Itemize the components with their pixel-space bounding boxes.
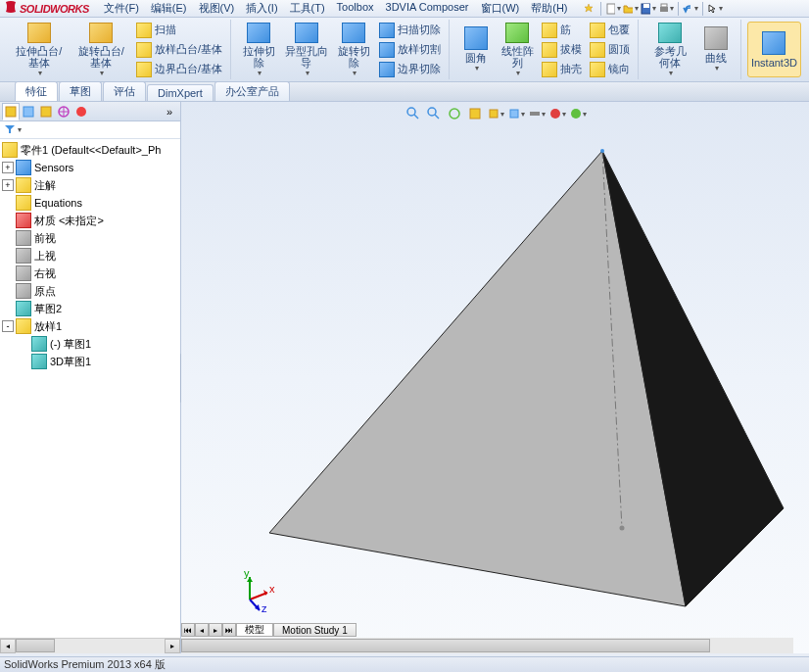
menu-window[interactable]: 窗口(W) <box>476 0 525 17</box>
tab-prev-icon[interactable]: ◂ <box>195 623 209 637</box>
tree-item[interactable]: +注解 <box>2 176 178 194</box>
display-style-icon[interactable]: ▾ <box>507 105 525 122</box>
curves-button[interactable]: 曲线▾ <box>695 21 737 79</box>
tab-features[interactable]: 特征 <box>15 81 58 101</box>
menu-3dvia[interactable]: 3DVIA Composer <box>381 0 474 17</box>
menu-edit[interactable]: 编辑(E) <box>146 0 192 17</box>
status-bar: SolidWorks Premium 2013 x64 版 <box>0 656 809 672</box>
filter-dropdown-icon[interactable]: ▾ <box>18 125 22 134</box>
menu-toolbox[interactable]: Toolbox <box>332 0 379 17</box>
draft-button[interactable]: 拔模 <box>538 41 586 59</box>
status-text: SolidWorks Premium 2013 x64 版 <box>4 657 166 672</box>
tree-item[interactable]: 3D草图1 <box>2 353 178 370</box>
tab-office[interactable]: 办公室产品 <box>214 81 290 101</box>
linear-pattern-button[interactable]: 线性阵列▾ <box>497 21 538 79</box>
tree-root[interactable]: 零件1 (Default<<Default>_Ph <box>2 141 178 159</box>
display-manager-tab-icon[interactable] <box>72 103 90 120</box>
plane-icon <box>16 248 31 264</box>
loft-button[interactable]: 放样凸台/基体 <box>132 41 226 59</box>
tree-item[interactable]: 草图2 <box>2 300 178 317</box>
revolve-cut-button[interactable]: 旋转切除▾ <box>332 21 375 79</box>
mirror-button[interactable]: 镜向 <box>586 61 634 78</box>
wrap-button[interactable]: 包覆 <box>586 22 634 39</box>
ref-geometry-button[interactable]: 参考几何体▾ <box>644 21 695 79</box>
star-icon[interactable] <box>581 1 596 17</box>
viewport-scroll-thumb[interactable] <box>181 639 710 652</box>
menu-view[interactable]: 视图(V) <box>194 0 240 17</box>
undo-icon[interactable]: ▾ <box>683 1 698 17</box>
pyramid-model[interactable] <box>240 141 788 621</box>
sweep-cut-button[interactable]: 扫描切除 <box>375 22 445 39</box>
svg-rect-6 <box>6 107 16 117</box>
boundary-cut-button[interactable]: 边界切除 <box>375 61 445 78</box>
menu-insert[interactable]: 插入(I) <box>241 0 282 17</box>
scroll-right-icon[interactable]: ▸ <box>165 639 180 653</box>
config-manager-tab-icon[interactable] <box>37 103 55 120</box>
menu-file[interactable]: 文件(F) <box>99 0 144 17</box>
rib-button[interactable]: 筋 <box>538 22 586 39</box>
viewport[interactable]: ▾ ▾ ▾ ▾ ▾ x y z <box>181 102 809 653</box>
hide-show-icon[interactable]: ▾ <box>528 105 546 122</box>
tree-item-label: 上视 <box>34 249 56 264</box>
hole-wizard-button[interactable]: 异型孔向导▾ <box>280 21 332 79</box>
menu-tools[interactable]: 工具(T) <box>285 0 330 17</box>
viewport-scrollbar-h[interactable] <box>181 638 793 653</box>
filter-icon[interactable] <box>4 123 16 137</box>
tree-item[interactable]: 右视 <box>2 264 178 282</box>
tree-item-label: 放样1 <box>34 319 62 334</box>
feature-manager-tab-icon[interactable] <box>2 103 20 120</box>
scroll-track[interactable] <box>16 639 165 653</box>
tree-item[interactable]: 上视 <box>2 247 178 264</box>
view-orientation-icon[interactable]: ▾ <box>487 105 504 122</box>
section-view-icon[interactable] <box>466 105 484 122</box>
dimxpert-manager-tab-icon[interactable] <box>55 103 72 120</box>
tree-item[interactable]: +Sensors <box>2 159 178 176</box>
tab-sketch[interactable]: 草图 <box>59 81 102 101</box>
tree-item[interactable]: 前视 <box>2 229 178 247</box>
tab-last-icon[interactable]: ⏭ <box>222 623 236 637</box>
zoom-fit-icon[interactable] <box>404 105 422 122</box>
extrude-boss-button[interactable]: 拉伸凸台/基体▾ <box>8 21 71 79</box>
tree-item[interactable]: -放样1 <box>2 317 178 335</box>
tab-motion-study[interactable]: Motion Study 1 <box>273 623 357 637</box>
shell-button[interactable]: 抽壳 <box>538 61 586 78</box>
zoom-area-icon[interactable] <box>425 105 443 122</box>
edit-appearance-icon[interactable]: ▾ <box>548 105 566 122</box>
menu-help[interactable]: 帮助(H) <box>526 0 572 17</box>
tree-expander[interactable]: + <box>2 179 14 191</box>
tab-dimxpert[interactable]: DimXpert <box>147 84 214 101</box>
apply-scene-icon[interactable]: ▾ <box>569 105 587 122</box>
new-icon[interactable]: ▾ <box>605 1 621 17</box>
tree-item[interactable]: 原点 <box>2 282 178 300</box>
tree-item[interactable]: (-) 草图1 <box>2 335 178 353</box>
boundary-button[interactable]: 边界凸台/基体 <box>132 61 226 78</box>
open-icon[interactable]: ▾ <box>623 1 639 17</box>
sweep-button[interactable]: 扫描 <box>132 22 226 39</box>
panel-menu-icon[interactable]: » <box>161 103 178 120</box>
scroll-left-icon[interactable]: ◂ <box>0 639 16 653</box>
coordinate-triad[interactable]: x y z <box>230 565 279 614</box>
tree-item[interactable]: Equations <box>2 194 178 212</box>
print-icon[interactable]: ▾ <box>658 1 674 17</box>
scroll-thumb[interactable] <box>16 639 55 652</box>
tree-expander[interactable]: + <box>2 162 14 173</box>
property-manager-tab-icon[interactable] <box>20 103 37 120</box>
ribbon-group-cut: 拉伸切除▾ 异型孔向导▾ 旋转切除▾ 扫描切除 放样切割 边界切除 <box>233 20 450 79</box>
panel-scrollbar-h[interactable]: ◂ ▸ <box>0 638 180 653</box>
tab-first-icon[interactable]: ⏮ <box>181 623 195 637</box>
revolve-boss-button[interactable]: 旋转凸台/基体▾ <box>71 21 133 79</box>
loft-cut-button[interactable]: 放样切割 <box>375 41 445 59</box>
fillet-button[interactable]: 圆角▾ <box>455 21 497 79</box>
extrude-cut-button[interactable]: 拉伸切除▾ <box>237 21 280 79</box>
dome-button[interactable]: 圆顶 <box>586 41 634 59</box>
prev-view-icon[interactable] <box>446 105 463 122</box>
instant3d-button[interactable]: Instant3D <box>747 22 801 77</box>
tree-item[interactable]: 材质 <未指定> <box>2 212 178 229</box>
tab-next-icon[interactable]: ▸ <box>209 623 222 637</box>
save-icon[interactable]: ▾ <box>641 1 656 17</box>
tab-evaluate[interactable]: 评估 <box>103 81 146 101</box>
tree-expander[interactable]: - <box>2 320 14 332</box>
tab-model[interactable]: 模型 <box>236 623 273 637</box>
select-icon[interactable]: ▾ <box>707 1 723 17</box>
svg-point-23 <box>571 109 581 119</box>
